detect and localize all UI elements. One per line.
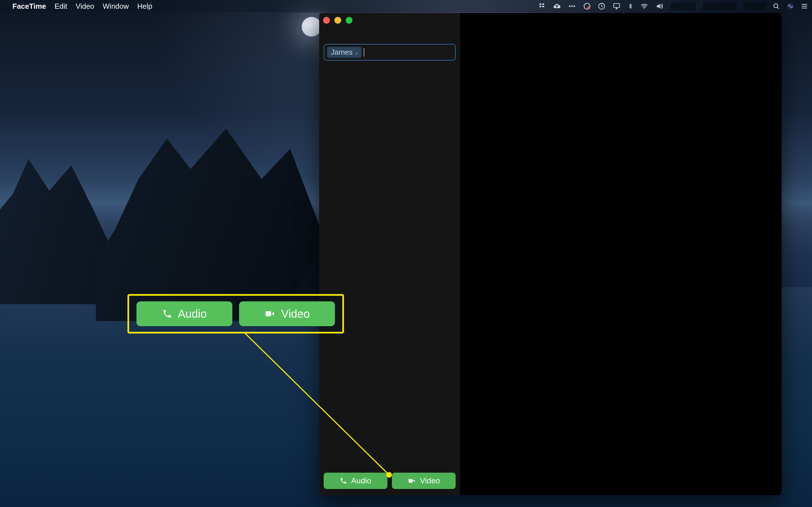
svg-point-2 <box>573 5 575 7</box>
audio-call-label: Audio <box>351 476 371 485</box>
spotlight-icon[interactable] <box>772 3 780 10</box>
annotation-video-button[interactable]: Video <box>239 301 335 326</box>
svg-rect-6 <box>614 4 620 8</box>
svg-point-0 <box>569 5 571 7</box>
menu-edit[interactable]: Edit <box>54 2 67 11</box>
menubar-redacted <box>703 2 737 10</box>
video-call-label: Video <box>420 476 440 485</box>
menubar-redacted <box>670 2 696 10</box>
facetime-sidebar: James ⌄ Audio Video <box>319 13 460 495</box>
svg-rect-11 <box>266 311 271 316</box>
minimize-button[interactable] <box>335 17 341 24</box>
recipient-field[interactable]: James ⌄ <box>324 44 456 61</box>
svg-point-1 <box>571 5 573 7</box>
volume-icon[interactable] <box>655 2 664 10</box>
notification-center-icon[interactable] <box>801 3 808 10</box>
app-menu[interactable]: FaceTime <box>12 2 46 11</box>
chevron-down-icon[interactable]: ⌄ <box>354 49 359 55</box>
svg-point-4 <box>587 6 590 9</box>
menu-help[interactable]: Help <box>137 2 152 11</box>
video-icon <box>264 309 275 319</box>
menu-video[interactable]: Video <box>75 2 94 11</box>
airplay-icon[interactable] <box>612 2 621 10</box>
text-cursor <box>364 48 364 57</box>
recipient-token-label: James <box>331 48 353 57</box>
facetime-window: James ⌄ Audio Video <box>319 13 781 495</box>
cloud-upload-icon[interactable] <box>553 2 561 10</box>
wifi-icon[interactable] <box>640 2 649 10</box>
phone-icon <box>162 309 172 319</box>
annotation-audio-button[interactable]: Audio <box>137 301 232 326</box>
bluetooth-icon[interactable] <box>627 2 633 10</box>
status-circle-icon[interactable] <box>583 2 591 10</box>
annotation-leader-dot <box>386 472 392 478</box>
more-icon[interactable] <box>568 2 576 10</box>
annotation-callout: Audio Video <box>128 294 344 334</box>
svg-point-7 <box>644 8 645 9</box>
recipient-token[interactable]: James ⌄ <box>327 47 361 58</box>
close-button[interactable] <box>323 17 330 24</box>
phone-icon <box>340 477 347 485</box>
svg-rect-10 <box>409 479 413 483</box>
menu-window[interactable]: Window <box>103 2 129 11</box>
window-controls <box>323 17 352 24</box>
siri-icon[interactable] <box>786 3 794 10</box>
menu-bar-status <box>538 2 808 10</box>
dropbox-icon[interactable] <box>538 2 546 10</box>
menu-bar: FaceTime Edit Video Window Help <box>0 0 812 12</box>
zoom-button[interactable] <box>346 17 352 24</box>
video-icon <box>407 477 416 485</box>
time-machine-icon[interactable] <box>598 2 606 10</box>
facetime-video-area <box>460 13 781 495</box>
annotation-audio-label: Audio <box>178 307 207 320</box>
annotation-video-label: Video <box>281 307 310 320</box>
menubar-redacted <box>743 2 766 10</box>
video-call-button[interactable]: Video <box>392 473 456 489</box>
audio-call-button[interactable]: Audio <box>324 473 388 489</box>
